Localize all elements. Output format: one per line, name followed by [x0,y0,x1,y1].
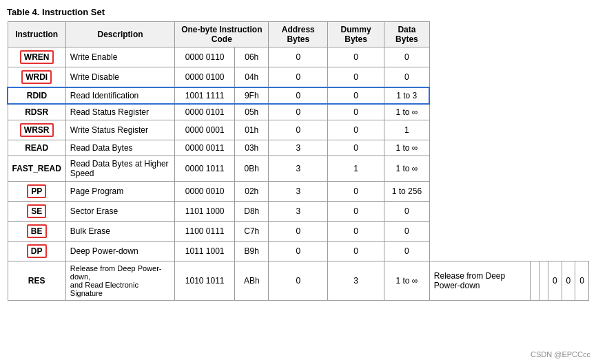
cell-hex-code: C7h [235,222,269,242]
cell-address-bytes: 3 [269,140,328,156]
cell-description: Read Data Bytes [65,140,174,156]
table-row: WRSRWrite Status Register0000 000101h001 [8,120,589,140]
table-row: FAST_READRead Data Bytes at Higher Speed… [8,156,589,182]
cell-address-bytes: 0 [269,67,328,88]
cell-address-bytes: 3 [269,156,328,182]
header-description: Description [65,22,174,47]
cell-instruction: PP [8,182,65,202]
cell-hex-code: 0Bh [235,156,269,182]
cell-binary-code: 1011 1001 [175,242,235,261]
cell-binary-code [530,261,539,301]
cell-instruction: RDID [8,87,65,104]
header-instruction: Instruction [8,22,65,47]
cell-instruction: WRSR [8,120,65,140]
cell-description: Deep Power-down [65,242,174,261]
cell-data-bytes: 0 [575,261,589,301]
cell-dummy-bytes: 0 [328,104,384,120]
cell-instruction: WRDI [8,67,65,88]
header-dummy-bytes: Dummy Bytes [328,22,384,47]
header-one-byte-code: One-byte Instruction Code [175,22,269,47]
cell-dummy-bytes: 0 [562,261,575,301]
cell-hex-code: ABh [235,261,269,301]
cell-data-bytes: 1 to ∞ [384,104,429,120]
cell-dummy-bytes: 1 [328,156,384,182]
cell-address-bytes: 3 [269,202,328,222]
cell-hex-code: D8h [235,202,269,222]
table-row: DPDeep Power-down1011 1001B9h000 [8,242,589,261]
cell-hex-code [539,261,548,301]
table-row: READRead Data Bytes0000 001103h301 to ∞ [8,140,589,156]
cell-description: Bulk Erase [65,222,174,242]
cell-description: Write Disable [65,67,174,88]
instruction-set-table: Instruction Description One-byte Instruc… [7,21,589,301]
cell-description: Sector Erase [65,202,174,222]
cell-dummy-bytes: 0 [328,202,384,222]
cell-data-bytes: 0 [384,242,429,261]
cell-data-bytes: 1 to ∞ [384,261,429,301]
cell-instruction: FAST_READ [8,156,65,182]
cell-hex-code: 05h [235,104,269,120]
cell-instruction: DP [8,242,65,261]
cell-data-bytes: 1 to ∞ [384,140,429,156]
cell-binary-code: 1101 1000 [175,202,235,222]
cell-binary-code: 0000 0011 [175,140,235,156]
cell-binary-code: 1100 0111 [175,222,235,242]
cell-hex-code: 9Fh [235,87,269,104]
cell-dummy-bytes: 0 [328,140,384,156]
table-row: WRDIWrite Disable0000 010004h000 [8,67,589,88]
cell-hex-code: 01h [235,120,269,140]
cell-instruction: RES [8,261,65,301]
cell-dummy-bytes: 0 [328,47,384,67]
cell-address-bytes: 0 [269,47,328,67]
cell-description: Read Identification [65,87,174,104]
cell-data-bytes: 0 [384,202,429,222]
cell-data-bytes: 1 to 3 [384,87,429,104]
table-row: PPPage Program0000 001002h301 to 256 [8,182,589,202]
cell-data-bytes: 1 [384,120,429,140]
cell-data-bytes: 1 to ∞ [384,156,429,182]
cell-description: Write Status Register [65,120,174,140]
table-row: RDSRRead Status Register0000 010105h001 … [8,104,589,120]
table-title: Table 4. Instruction Set [7,7,589,17]
cell-data-bytes: 0 [384,47,429,67]
cell-dummy-bytes: 0 [328,120,384,140]
cell-address-bytes: 3 [269,182,328,202]
cell-dummy-bytes: 0 [328,67,384,88]
cell-hex-code: B9h [235,242,269,261]
cell-hex-code: 03h [235,140,269,156]
cell-description: Read Status Register [65,104,174,120]
cell-binary-code: 0000 1011 [175,156,235,182]
cell-instruction: WREN [8,47,65,67]
cell-dummy-bytes: 0 [328,87,384,104]
cell-binary-code: 0000 0101 [175,104,235,120]
cell-description: Write Enable [65,47,174,67]
cell-address-bytes: 0 [269,222,328,242]
cell-address-bytes: 0 [548,261,562,301]
cell-address-bytes: 0 [269,104,328,120]
cell-hex-code: 02h [235,182,269,202]
table-row: SESector Erase1101 1000D8h300 [8,202,589,222]
cell-binary-code: 1001 1111 [175,87,235,104]
cell-address-bytes: 0 [269,261,328,301]
cell-dummy-bytes: 0 [328,182,384,202]
cell-data-bytes: 1 to 256 [384,182,429,202]
table-header-row: Instruction Description One-byte Instruc… [8,22,589,47]
cell-description: Read Data Bytes at Higher Speed [65,156,174,182]
cell-address-bytes: 0 [269,242,328,261]
cell-instruction: SE [8,202,65,222]
cell-hex-code: 04h [235,67,269,88]
cell-data-bytes: 0 [384,222,429,242]
cell-address-bytes: 0 [269,87,328,104]
table-row: RDIDRead Identification1001 11119Fh001 t… [8,87,589,104]
cell-binary-code: 0000 0110 [175,47,235,67]
cell-binary-code: 0000 0001 [175,120,235,140]
header-data-bytes: Data Bytes [384,22,429,47]
cell-binary-code: 0000 0100 [175,67,235,88]
header-address-bytes: Address Bytes [269,22,328,47]
table-row: BEBulk Erase1100 0111C7h000 [8,222,589,242]
cell-dummy-bytes: 3 [328,261,384,301]
cell-dummy-bytes: 0 [328,222,384,242]
cell-instruction: RDSR [8,104,65,120]
cell-instruction: BE [8,222,65,242]
cell-hex-code: 06h [235,47,269,67]
